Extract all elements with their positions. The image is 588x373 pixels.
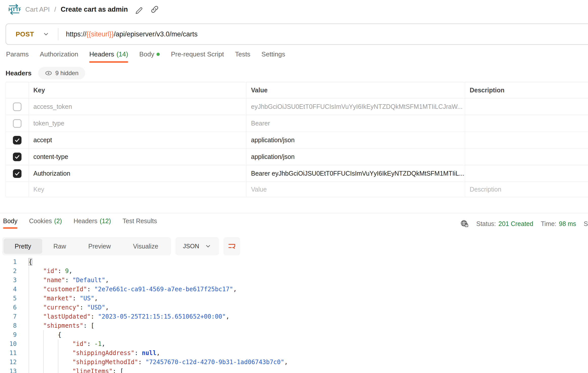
new-header-value-input[interactable]: Value [246, 182, 465, 197]
token: "US" [80, 295, 94, 302]
view-mode-raw[interactable]: Raw [42, 239, 77, 254]
tab-label: Tests [235, 50, 251, 58]
breadcrumb-collection[interactable]: Cart API [25, 6, 50, 13]
view-mode-preview[interactable]: Preview [77, 239, 122, 254]
token: : [87, 286, 94, 293]
indent-guide [43, 330, 58, 339]
format-selector[interactable]: JSON [175, 237, 219, 255]
hidden-headers-toggle[interactable]: 9 hidden [38, 67, 85, 79]
header-enabled-checkbox[interactable] [13, 136, 21, 144]
response-tab-cookies[interactable]: Cookies(2) [29, 217, 62, 229]
tab-pre-request-script[interactable]: Pre-request Script [171, 50, 224, 63]
token: null [142, 349, 156, 357]
header-description-cell[interactable] [465, 132, 588, 149]
header-key-cell[interactable]: Authorization [29, 165, 246, 182]
url-prefix: https:// [66, 30, 86, 38]
eye-icon [45, 69, 52, 77]
header-value-cell[interactable]: Bearer [246, 115, 465, 132]
tab-params[interactable]: Params [6, 50, 29, 63]
response-tab-headers[interactable]: Headers(12) [74, 217, 111, 229]
tab-settings[interactable]: Settings [261, 50, 285, 63]
method-selector[interactable]: POST [6, 30, 58, 38]
column-header-checkbox [6, 82, 29, 98]
response-tab-test-results[interactable]: Test Results [123, 217, 157, 229]
new-header-description-input[interactable]: Description [465, 182, 588, 197]
view-mode-pretty[interactable]: Pretty [4, 239, 42, 254]
tab-label: Params [6, 50, 29, 58]
indent-guide [29, 312, 43, 321]
token: "lineItems" [72, 368, 112, 373]
header-description-cell[interactable] [465, 149, 588, 165]
copy-link-icon[interactable] [150, 5, 159, 14]
token: , [156, 349, 160, 357]
code-content: "id": 9, [29, 266, 72, 276]
checkbox-cell [6, 98, 29, 115]
body-has-content-dot [156, 53, 160, 56]
code-line: 9{ [0, 330, 588, 339]
header-value-cell[interactable]: Bearer eyJhbGciOiJSU0EtT0FFUCIsImVuYyI6I… [246, 165, 465, 182]
code-content: "shippingAddress": null, [29, 348, 160, 358]
header-key-cell[interactable]: access_token [29, 98, 246, 115]
header-description-cell[interactable] [465, 115, 588, 132]
indent-guide [29, 276, 43, 285]
header-enabled-checkbox[interactable] [13, 169, 21, 178]
header-description-cell[interactable] [465, 98, 588, 115]
header-description-cell[interactable] [465, 165, 588, 182]
tab-body[interactable]: Body [139, 50, 160, 63]
response-tab-body[interactable]: Body [3, 217, 17, 229]
line-number: 3 [0, 276, 22, 285]
check-icon [14, 154, 20, 160]
token: "2023-05-25T21:15:15.6510652+00:00" [98, 313, 226, 320]
line-number: 9 [0, 330, 22, 339]
token: , [94, 295, 98, 302]
token: : [58, 267, 65, 275]
line-number: 7 [0, 312, 22, 321]
wrap-lines-button[interactable] [223, 237, 240, 255]
header-key-cell[interactable]: content-type [29, 149, 246, 165]
url-input[interactable]: https://{{siteurl}}/api/episerver/v3.0/m… [58, 30, 198, 38]
header-enabled-checkbox[interactable] [13, 119, 21, 128]
header-value-cell[interactable]: eyJhbGciOiJSU0EtT0FFUCIsImVuYyI6IkEyNTZD… [246, 98, 465, 115]
time-value: 98 ms [559, 220, 576, 227]
header-key-cell[interactable]: token_type [29, 115, 246, 132]
indent-guide [43, 339, 58, 348]
header-enabled-checkbox[interactable] [13, 102, 21, 111]
indent-guide [58, 339, 73, 348]
view-mode-visualize[interactable]: Visualize [122, 239, 169, 254]
token: : [ [83, 322, 94, 329]
header-value-cell[interactable]: application/json [246, 132, 465, 149]
tab-authorization[interactable]: Authorization [40, 50, 78, 63]
tab-label: Test Results [123, 217, 157, 225]
token: : [72, 295, 80, 302]
code-content: "customerId": "2e7e661c-ca91-4569-a7ee-b… [29, 285, 237, 294]
new-header-key-input[interactable]: Key [29, 182, 246, 197]
header-enabled-checkbox[interactable] [13, 153, 21, 161]
method-label: POST [16, 30, 34, 38]
line-number: 13 [0, 367, 22, 373]
token: , [105, 304, 109, 311]
headers-section-title: Headers [6, 69, 32, 77]
indent-guide [58, 358, 73, 367]
tab-headers[interactable]: Headers(14) [89, 50, 128, 63]
header-value-cell[interactable]: application/json [246, 149, 465, 165]
token: "Default" [72, 277, 105, 284]
chevron-down-icon [43, 31, 49, 37]
headers-section-header: Headers 9 hidden [6, 67, 588, 79]
indent-guide [29, 330, 43, 339]
headers-table: KeyValueDescriptionaccess_tokeneyJhbGciO… [6, 82, 588, 197]
header-key-cell[interactable]: accept [29, 132, 246, 149]
token: { [58, 331, 61, 338]
token: "currency" [43, 304, 80, 311]
response-body-json: 1{2"id": 9,3"name": "Default",4"customer… [0, 257, 588, 373]
token: "id" [43, 267, 58, 275]
edit-title-icon[interactable] [134, 5, 144, 14]
tab-tests[interactable]: Tests [235, 50, 251, 63]
checkbox-cell [6, 182, 29, 197]
indent-guide [58, 367, 73, 373]
request-title[interactable]: Create cart as admin [61, 6, 128, 13]
token: { [29, 258, 32, 265]
line-number: 4 [0, 285, 22, 294]
token: : [80, 304, 87, 311]
token: "id" [72, 340, 87, 347]
code-line: 12"shippingMethodId": "72457670-c12d-427… [0, 358, 588, 367]
